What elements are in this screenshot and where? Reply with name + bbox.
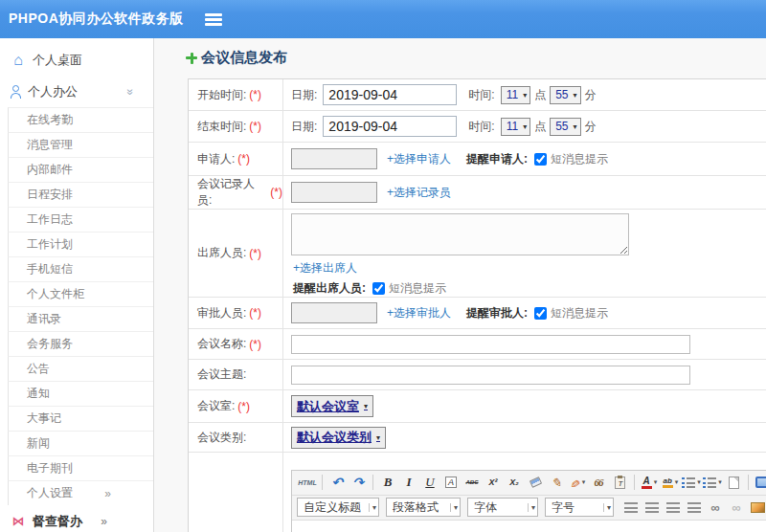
attendees-sms-checkbox[interactable] <box>372 282 385 295</box>
recorder-input[interactable] <box>291 182 377 203</box>
undo-icon[interactable] <box>327 473 347 492</box>
sidebar-item-message-management[interactable]: 消息管理 <box>8 132 153 157</box>
paragraph-format-select[interactable]: 段落格式▾ <box>386 498 461 517</box>
sidebar-item-personal-file-cabinet[interactable]: 个人文件柜 <box>8 281 153 306</box>
start-minute-select[interactable]: 55▾ <box>550 86 580 104</box>
field-label: 审批人员: (*) <box>189 298 283 328</box>
sidebar-item-internal-mail[interactable]: 内部邮件 <box>8 157 153 182</box>
choose-applicant-link[interactable]: +选择申请人 <box>387 151 451 167</box>
hamburger-menu-icon[interactable] <box>205 13 222 25</box>
italic-glyph <box>406 475 411 490</box>
underline-glyph <box>425 475 434 490</box>
form-row-end-time: 结束时间: (*) 日期: 时间: 11▾ 点 55▾ 分 <box>189 111 766 143</box>
sidebar-item-meeting-service[interactable]: 会务服务 <box>8 331 153 356</box>
image-icon[interactable] <box>748 498 766 517</box>
required-mark: (*) <box>249 120 261 133</box>
sidebar-item-announcement[interactable]: 公告 <box>8 356 153 381</box>
end-minute-select[interactable]: 55▾ <box>550 118 580 136</box>
sidebar-item-personal-office[interactable]: 个人办公» <box>0 76 153 107</box>
applicant-sms-checkbox[interactable] <box>534 153 547 166</box>
sidebar-item-personal-settings[interactable]: 个人设置» <box>8 480 153 505</box>
approver-input[interactable] <box>291 302 377 323</box>
sidebar-item-label: 日程安排 <box>27 187 73 203</box>
sidebar-item-contacts[interactable]: 通讯录 <box>8 306 153 331</box>
sidebar-item-memorabilia[interactable]: 大事记 <box>8 406 153 431</box>
unordered-list-icon[interactable]: ▾ <box>703 473 722 492</box>
align-right-icon[interactable] <box>664 498 683 517</box>
chevron-down-icon: » <box>125 88 137 95</box>
sidebar-item-label: 通知 <box>27 386 50 402</box>
editor-content-area[interactable] <box>292 521 766 532</box>
end-date-input[interactable] <box>323 116 457 137</box>
paste-as-text-icon[interactable] <box>610 473 629 492</box>
unlink-icon[interactable] <box>727 498 746 517</box>
underline-icon[interactable] <box>420 473 439 492</box>
sidebar-item-work-log[interactable]: 工作日志 <box>8 207 153 232</box>
format-brush-icon[interactable] <box>547 473 566 492</box>
sidebar-item-news[interactable]: 新闻 <box>8 431 153 455</box>
font-color-glyph <box>642 477 652 489</box>
attendees-textarea[interactable] <box>291 213 629 255</box>
sidebar-item-work-plan[interactable]: 工作计划 <box>8 232 153 256</box>
field-label: 结束时间: (*) <box>189 111 283 142</box>
sidebar-item-notice[interactable]: 通知 <box>8 381 153 406</box>
redo-icon[interactable] <box>349 473 368 492</box>
chevron-right-icon: » <box>104 488 111 499</box>
font-family-select[interactable]: 字体▾ <box>467 498 538 517</box>
inline-style-icon[interactable] <box>441 473 461 492</box>
page-title-text: 会议信息发布 <box>201 49 287 67</box>
eraser-icon[interactable] <box>526 473 545 492</box>
paint-icon[interactable]: ▾ <box>568 473 587 492</box>
html-source-icon[interactable] <box>298 473 317 492</box>
strikethrough-icon[interactable] <box>462 473 482 492</box>
sidebar-item-personal-desktop[interactable]: 个人桌面 <box>0 44 153 76</box>
fullscreen-icon[interactable] <box>754 473 766 492</box>
meeting-room-select[interactable]: 默认会议室 ▾ <box>291 395 373 417</box>
sidebar-item-online-attendance[interactable]: 在线考勤 <box>8 107 153 132</box>
field-label: 会议类别: <box>189 423 283 452</box>
align-justify-icon[interactable] <box>685 498 704 517</box>
sidebar-item-supervision[interactable]: 督查督办» <box>0 505 153 532</box>
form-row-meeting-room: 会议室: (*) 默认会议室 ▾ <box>189 390 766 423</box>
sidebar-item-label: 督查督办 <box>33 513 82 530</box>
align-center-glyph <box>645 502 659 513</box>
sidebar-item-label: 个人办公 <box>28 83 78 100</box>
highlight-icon[interactable]: ▾ <box>661 473 680 492</box>
font-size-select[interactable]: 字号▾ <box>545 498 614 517</box>
meeting-category-select[interactable]: 默认会议类别 ▾ <box>291 427 386 449</box>
choose-attendees-link[interactable]: +选择出席人 <box>293 260 357 277</box>
font-color-icon[interactable]: ▾ <box>640 473 659 492</box>
link-icon[interactable] <box>706 498 725 517</box>
align-center-icon[interactable] <box>642 498 662 517</box>
meeting-name-input[interactable] <box>291 335 690 354</box>
approver-sms-checkbox[interactable] <box>534 307 547 320</box>
sidebar-item-label: 工作计划 <box>27 236 73 253</box>
main-content: 会议信息发布 开始时间: (*) 日期: 时间: 11▾ 点 55▾ 分 <box>155 38 766 532</box>
choose-recorder-link[interactable]: +选择记录员 <box>387 185 451 201</box>
chevron-down-icon: ▾ <box>523 122 527 131</box>
remind-applicant-label: 提醒申请人: <box>466 151 528 167</box>
align-left-icon[interactable] <box>621 498 641 517</box>
start-hour-select[interactable]: 11▾ <box>501 86 530 104</box>
subscript-icon[interactable] <box>505 473 524 492</box>
sidebar-item-schedule[interactable]: 日程安排 <box>8 182 153 207</box>
italic-icon[interactable] <box>399 473 418 492</box>
toolbar-separator <box>634 475 635 490</box>
blockquote-icon[interactable] <box>589 473 608 492</box>
sidebar-item-label: 个人设置 <box>27 485 73 501</box>
html-source-glyph <box>298 479 316 486</box>
start-date-input[interactable] <box>323 84 457 105</box>
choose-approver-link[interactable]: +选择审批人 <box>387 305 451 321</box>
field-label: 开始时间: (*) <box>189 79 283 110</box>
ordered-list-icon[interactable]: ▾ <box>682 473 701 492</box>
custom-heading-select[interactable]: 自定义标题▾ <box>297 498 379 517</box>
sidebar-item-mobile-sms[interactable]: 手机短信 <box>8 256 153 281</box>
superscript-icon[interactable] <box>484 473 503 492</box>
select-label: 段落格式 <box>393 499 439 516</box>
end-hour-select[interactable]: 11▾ <box>501 118 530 136</box>
applicant-input[interactable] <box>291 148 377 169</box>
bold-icon[interactable] <box>378 473 397 492</box>
sidebar-item-e-journal[interactable]: 电子期刊 <box>8 455 153 480</box>
meeting-topic-input[interactable] <box>291 366 690 385</box>
new-page-icon[interactable] <box>724 473 743 492</box>
